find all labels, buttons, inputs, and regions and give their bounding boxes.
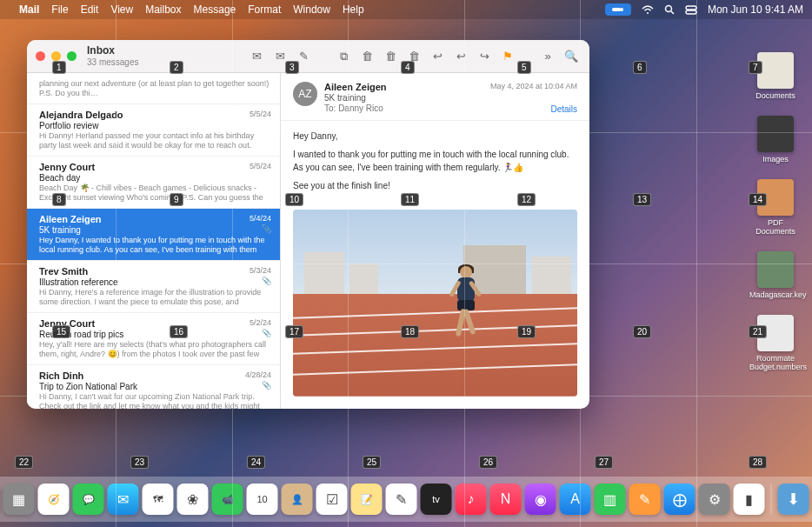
dock-mail[interactable]: ✉ — [108, 484, 139, 515]
dock-tv[interactable]: tv — [421, 484, 452, 515]
menu-edit[interactable]: Edit — [81, 3, 99, 16]
message-to: To: Danny Rico — [324, 103, 577, 113]
menu-file[interactable]: File — [51, 3, 68, 16]
grid-cell-23: 23 — [130, 456, 149, 469]
menu-view[interactable]: View — [110, 3, 133, 16]
dock-calendar[interactable]: 10 — [247, 484, 278, 515]
message-date: May 4, 2024 at 10:04 AM — [490, 82, 577, 90]
minimize-button[interactable] — [51, 51, 61, 61]
trash-1-icon[interactable]: 🗑 — [357, 48, 376, 65]
envelope-icon[interactable]: ✉ — [270, 48, 290, 65]
chevrons-icon[interactable]: » — [538, 48, 557, 65]
message-list[interactable]: planning our next adventure (or at least… — [27, 73, 281, 409]
grid-cell-27: 27 — [595, 456, 613, 469]
svg-rect-0 — [612, 8, 621, 11]
dock-photos[interactable]: ❀ — [177, 484, 209, 515]
envelope-open-icon[interactable]: ✉ — [247, 48, 266, 65]
control-center-icon[interactable] — [605, 3, 631, 16]
dock-pages[interactable]: ✎ — [629, 484, 661, 515]
message-row[interactable]: Alejandra Delgado5/5/24Portfolio reviewH… — [27, 104, 280, 157]
search-icon[interactable]: 🔍 — [562, 48, 581, 65]
message-attachment-image[interactable] — [293, 210, 577, 397]
desktop-icons: DocumentsImagesPDF DocumentsMadagascar.k… — [749, 52, 802, 387]
menubar-clock[interactable]: Mon Jun 10 9:41 AM — [708, 3, 803, 16]
message-row[interactable]: Rich Dinh4/28/24📎Trip to Zion National P… — [27, 365, 280, 409]
svg-rect-6 — [686, 10, 696, 14]
dock-numbers[interactable]: ▥ — [595, 484, 626, 515]
menubar: Mail FileEditViewMailboxMessageFormatWin… — [0, 0, 812, 19]
grid-cell-20: 20 — [633, 325, 651, 338]
desktop-pdf-documents[interactable]: PDF Documents — [749, 179, 802, 236]
runner-figure — [449, 266, 481, 362]
menu-help[interactable]: Help — [343, 3, 364, 16]
svg-point-2 — [647, 12, 649, 14]
message-row[interactable]: planning our next adventure (or at least… — [27, 73, 280, 104]
menu-mailbox[interactable]: Mailbox — [145, 3, 181, 16]
dock-appstore2[interactable]: ⨁ — [664, 484, 696, 515]
desktop-roommate-budget-numbers[interactable]: Roommate Budget.numbers — [749, 315, 802, 371]
close-button[interactable] — [36, 51, 45, 61]
message-body: Hey Danny, I wanted to thank you for put… — [281, 121, 589, 206]
compose-icon[interactable]: ✎ — [294, 48, 313, 65]
svg-point-3 — [665, 6, 671, 12]
reply-all-icon[interactable]: ↩ — [451, 48, 470, 65]
grid-cell-28: 28 — [749, 456, 767, 469]
avatar: AZ — [293, 82, 317, 106]
dock-launchpad[interactable]: ▦ — [3, 484, 35, 515]
grid-cell-22: 22 — [15, 456, 33, 469]
flag-icon[interactable]: ⚑ — [498, 48, 517, 65]
message-subject: 5K training — [324, 93, 577, 103]
dock-music[interactable]: ♪ — [456, 484, 487, 515]
grid-cell-13: 13 — [633, 193, 651, 206]
zoom-button[interactable] — [67, 51, 77, 61]
dock-reminders[interactable]: ☑ — [316, 484, 348, 515]
dock-messages[interactable]: 💬 — [73, 484, 104, 515]
menu-message[interactable]: Message — [194, 3, 236, 16]
details-link[interactable]: Details — [550, 104, 577, 114]
dock-settings[interactable]: ⚙ — [699, 484, 730, 515]
svg-rect-5 — [686, 6, 696, 10]
grid-cell-6: 6 — [633, 61, 647, 74]
message-row[interactable]: Trev Smith5/3/24📎Illustration referenceH… — [27, 261, 280, 313]
message-row[interactable]: Jenny Court5/2/24📎Reunion road trip pics… — [27, 313, 280, 365]
dock-notes[interactable]: 📝 — [351, 484, 383, 515]
menu-format[interactable]: Format — [248, 3, 281, 16]
message-row[interactable]: Aileen Zeigen5/4/24📎5K trainingHey Danny… — [27, 209, 280, 261]
grid-cell-26: 26 — [479, 456, 497, 469]
dock-safari[interactable]: 🧭 — [38, 484, 70, 515]
desktop-madagascar-key[interactable]: Madagascar.key — [749, 251, 802, 299]
trash-3-icon[interactable]: 🗑 — [404, 48, 423, 65]
dock-podcasts[interactable]: ◉ — [525, 484, 556, 515]
grid-cell-25: 25 — [363, 456, 381, 469]
grid-cell-24: 24 — [247, 456, 265, 469]
archive-icon[interactable]: ⧉ — [334, 48, 353, 65]
dock-news[interactable]: N — [490, 484, 522, 515]
wifi-icon[interactable] — [642, 5, 654, 15]
app-menu[interactable]: Mail — [19, 3, 39, 16]
mail-window: Inbox 33 messages ✉✉✎⧉🗑🗑🗑↩↩↪⚑»🔍 planning… — [27, 40, 589, 409]
trash-2-icon[interactable]: 🗑 — [381, 48, 400, 65]
message-header: AZ Aileen Zeigen 5K training To: Danny R… — [281, 73, 589, 121]
desktop-images[interactable]: Images — [749, 116, 802, 163]
dock-maps[interactable]: 🗺 — [143, 484, 174, 515]
window-traffic-lights — [36, 51, 77, 61]
search-icon[interactable] — [664, 4, 675, 15]
dock: 🙂▦🧭💬✉🗺❀📹10👤☑📝✎tv♪N◉A▥✎⨁⚙▮⬇🗑 — [0, 477, 812, 522]
menu-window[interactable]: Window — [293, 3, 330, 16]
message-row[interactable]: Jenny Court5/5/24Beach dayBeach Day 🌴 - … — [27, 157, 280, 209]
dock-appstore[interactable]: A — [560, 484, 591, 515]
reply-icon[interactable]: ↩ — [428, 48, 447, 65]
mailbox-count: 33 messages — [87, 57, 138, 67]
dock-contacts[interactable]: 👤 — [282, 484, 313, 515]
dock-iphone[interactable]: ▮ — [734, 484, 765, 515]
svg-point-1 — [620, 8, 623, 11]
desktop-documents[interactable]: Documents — [749, 52, 802, 100]
control-center-toggle-icon[interactable] — [685, 5, 697, 15]
dock-downloads[interactable]: ⬇ — [778, 484, 809, 515]
mail-titlebar: Inbox 33 messages ✉✉✎⧉🗑🗑🗑↩↩↪⚑»🔍 — [27, 40, 589, 73]
forward-icon[interactable]: ↪ — [475, 48, 494, 65]
svg-line-4 — [671, 11, 674, 14]
message-view: AZ Aileen Zeigen 5K training To: Danny R… — [281, 73, 589, 409]
dock-freeform[interactable]: ✎ — [386, 484, 417, 515]
dock-facetime[interactable]: 📹 — [212, 484, 243, 515]
